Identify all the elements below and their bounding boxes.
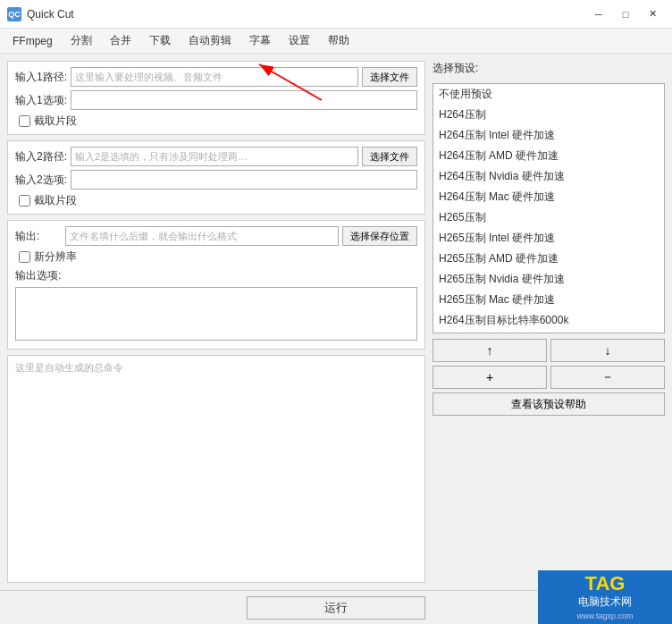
watermark-tag-yellow: G <box>609 572 625 594</box>
input1-path-field[interactable] <box>71 67 358 87</box>
preset-controls: ↑ ↓ + － 查看该预设帮助 <box>433 339 665 416</box>
watermark-tag-white: TA <box>585 572 610 594</box>
input2-clip-row: 截取片段 <box>15 193 417 208</box>
menu-item-下载[interactable]: 下载 <box>140 30 180 51</box>
preset-list[interactable]: 不使用预设H264压制H264压制 Intel 硬件加速H264压制 AMD 硬… <box>433 83 665 333</box>
menu-bar: FFmpeg分割合并下载自动剪辑字幕设置帮助 <box>0 29 672 54</box>
maximize-button[interactable]: □ <box>613 5 638 23</box>
preset-remove-button[interactable]: － <box>550 366 665 389</box>
preset-add-remove-row: + － <box>433 366 665 389</box>
input1-options-row: 输入1选项: <box>15 90 417 110</box>
input1-options-label: 输入1选项: <box>15 93 67 108</box>
right-panel: 选择预设: 不使用预设H264压制H264压制 Intel 硬件加速H264压制… <box>433 61 665 583</box>
output-select-button[interactable]: 选择保存位置 <box>342 226 417 246</box>
input2-clip-checkbox[interactable] <box>19 195 30 207</box>
output-options-label: 输出选项: <box>15 268 417 283</box>
preset-item-9[interactable]: H265压制 Nvidia 硬件加速 <box>433 269 664 290</box>
minimize-button[interactable]: ─ <box>586 5 611 23</box>
preset-item-6[interactable]: H265压制 <box>433 207 664 228</box>
preset-item-0[interactable]: 不使用预设 <box>433 84 664 105</box>
close-button[interactable]: ✕ <box>640 5 665 23</box>
output-options-textarea[interactable] <box>15 287 417 341</box>
title-bar: QC Quick Cut ─ □ ✕ <box>0 0 672 29</box>
app-title: Quick Cut <box>27 8 74 21</box>
preset-item-1[interactable]: H264压制 <box>433 105 664 125</box>
output-section: 输出: 选择保存位置 新分辨率 输出选项: <box>7 220 425 350</box>
input1-path-label: 输入1路径: <box>15 70 67 85</box>
command-area <box>7 355 425 583</box>
input1-section: 输入1路径: 选择文件 输入1选项: 截取片段 <box>7 61 425 135</box>
title-bar-left: QC Quick Cut <box>7 7 74 21</box>
command-textarea[interactable] <box>15 361 417 577</box>
preset-item-3[interactable]: H264压制 AMD 硬件加速 <box>433 146 664 166</box>
left-panel: 输入1路径: 选择文件 输入1选项: 截取片段 输入2路径: 选择文件 输入2选… <box>7 61 425 583</box>
watermark-site-text: 电脑技术网 <box>578 594 632 610</box>
output-path-row: 输出: 选择保存位置 <box>15 226 417 246</box>
menu-item-分割[interactable]: 分割 <box>62 30 101 51</box>
preset-item-8[interactable]: H265压制 AMD 硬件加速 <box>433 249 664 269</box>
menu-item-帮助[interactable]: 帮助 <box>319 30 358 51</box>
menu-item-合并[interactable]: 合并 <box>101 30 140 51</box>
input2-options-field[interactable] <box>71 170 417 190</box>
input2-path-label: 输入2路径: <box>15 149 67 164</box>
preset-item-12[interactable]: H264 二压 目标比特率2000k <box>433 331 664 333</box>
input2-clip-label: 截取片段 <box>34 193 77 208</box>
input1-clip-label: 截取片段 <box>34 114 77 129</box>
input1-options-field[interactable] <box>71 90 417 110</box>
menu-item-自动剪辑[interactable]: 自动剪辑 <box>180 30 240 51</box>
watermark-url: www.tagxp.com <box>576 611 633 620</box>
menu-item-设置[interactable]: 设置 <box>280 30 319 51</box>
preset-up-button[interactable]: ↑ <box>433 339 547 362</box>
input1-clip-checkbox[interactable] <box>19 115 30 127</box>
output-resolution-row: 新分辨率 <box>15 249 417 265</box>
output-path-field[interactable] <box>65 226 339 246</box>
watermark-tag: TAG <box>585 574 626 594</box>
app-icon: QC <box>7 7 21 21</box>
preset-item-4[interactable]: H264压制 Nvidia 硬件加速 <box>433 166 664 187</box>
preset-label: 选择预设: <box>433 61 665 76</box>
menu-item-FFmpeg[interactable]: FFmpeg <box>4 32 62 50</box>
preset-item-7[interactable]: H265压制 Intel 硬件加速 <box>433 228 664 249</box>
output-resolution-label: 新分辨率 <box>34 249 77 265</box>
input1-select-button[interactable]: 选择文件 <box>362 67 417 87</box>
output-resolution-checkbox[interactable] <box>19 251 30 263</box>
preset-item-10[interactable]: H265压制 Mac 硬件加速 <box>433 290 664 310</box>
preset-down-button[interactable]: ↓ <box>550 339 665 362</box>
preset-move-row: ↑ ↓ <box>433 339 665 362</box>
input2-path-field[interactable] <box>71 147 358 166</box>
input1-clip-row: 截取片段 <box>15 114 417 129</box>
input2-select-button[interactable]: 选择文件 <box>362 147 417 166</box>
input2-path-row: 输入2路径: 选择文件 <box>15 147 417 166</box>
main-content: 输入1路径: 选择文件 输入1选项: 截取片段 输入2路径: 选择文件 输入2选… <box>0 54 672 590</box>
output-label: 输出: <box>15 229 62 244</box>
preset-item-2[interactable]: H264压制 Intel 硬件加速 <box>433 125 664 146</box>
run-button[interactable]: 运行 <box>247 596 425 620</box>
preset-help-button[interactable]: 查看该预设帮助 <box>433 392 665 416</box>
input2-options-row: 输入2选项: <box>15 170 417 190</box>
input1-path-row: 输入1路径: 选择文件 <box>15 67 417 87</box>
preset-item-5[interactable]: H264压制 Mac 硬件加速 <box>433 187 664 207</box>
preset-add-button[interactable]: + <box>433 366 547 389</box>
title-bar-controls: ─ □ ✕ <box>586 5 665 23</box>
watermark: TAG 电脑技术网 www.tagxp.com <box>538 570 672 624</box>
input2-options-label: 输入2选项: <box>15 173 67 188</box>
preset-item-11[interactable]: H264压制目标比特率6000k <box>433 310 664 331</box>
menu-item-字幕[interactable]: 字幕 <box>240 30 280 51</box>
input2-section: 输入2路径: 选择文件 输入2选项: 截取片段 <box>7 140 425 215</box>
